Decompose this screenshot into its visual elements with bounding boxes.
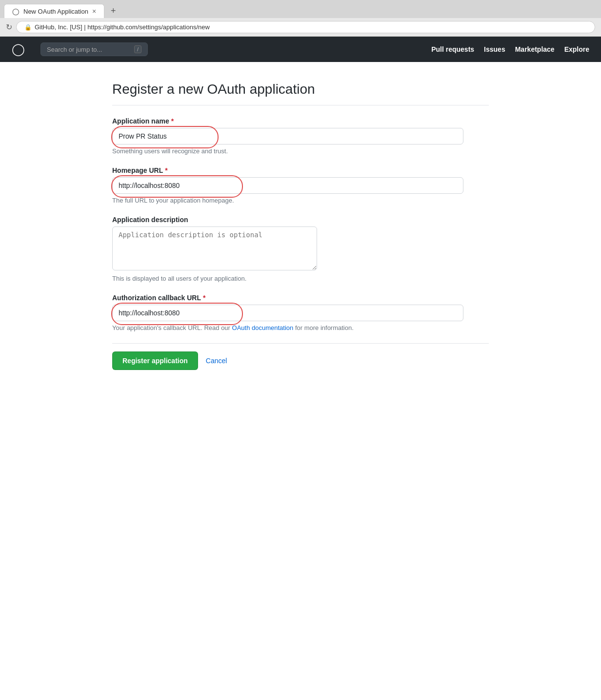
app-name-required: * xyxy=(171,117,174,125)
new-tab-button[interactable]: + xyxy=(106,4,120,18)
main-content: Register a new OAuth application Applica… xyxy=(100,82,501,370)
refresh-button[interactable]: ↻ xyxy=(6,22,12,32)
callback-url-label: Authorization callback URL* xyxy=(112,294,489,302)
callback-url-input-wrapper xyxy=(112,305,463,321)
nav-marketplace[interactable]: Marketplace xyxy=(515,45,555,53)
github-logo-icon[interactable]: ◯ xyxy=(12,42,25,56)
github-favicon-icon: ◯ xyxy=(12,8,20,15)
homepage-url-input-wrapper xyxy=(112,177,463,194)
description-textarea[interactable] xyxy=(112,226,317,270)
cancel-button[interactable]: Cancel xyxy=(206,357,227,365)
homepage-url-label: Homepage URL* xyxy=(112,166,489,174)
app-name-label: Application name* xyxy=(112,117,489,125)
nav-issues[interactable]: Issues xyxy=(484,45,505,53)
tab-bar: ◯ New OAuth Application × + xyxy=(0,0,601,18)
description-group: Application description This is displaye… xyxy=(112,216,489,282)
register-application-button[interactable]: Register application xyxy=(112,351,198,370)
title-divider xyxy=(112,105,489,105)
app-name-group: Application name* Something users will r… xyxy=(112,117,489,155)
nav-links: Pull requests Issues Marketplace Explore xyxy=(431,45,589,53)
app-name-input-wrapper xyxy=(112,128,463,144)
global-search-box[interactable]: Search or jump to... / xyxy=(40,42,148,56)
callback-url-input[interactable] xyxy=(112,305,463,321)
active-tab[interactable]: ◯ New OAuth Application × xyxy=(4,4,104,18)
callback-url-group: Authorization callback URL* Your applica… xyxy=(112,294,489,331)
description-hint: This is displayed to all users of your a… xyxy=(112,275,489,282)
callback-url-required: * xyxy=(203,294,205,302)
browser-chrome: ◯ New OAuth Application × + ↻ 🔒 GitHub, … xyxy=(0,0,601,37)
page-title: Register a new OAuth application xyxy=(112,82,489,97)
callback-url-hint: Your application's callback URL. Read ou… xyxy=(112,324,489,331)
github-navbar: ◯ Search or jump to... / Pull requests I… xyxy=(0,37,601,62)
search-placeholder: Search or jump to... xyxy=(47,46,102,53)
app-name-input[interactable] xyxy=(112,128,463,144)
nav-pull-requests[interactable]: Pull requests xyxy=(431,45,474,53)
nav-explore[interactable]: Explore xyxy=(564,45,589,53)
homepage-url-input[interactable] xyxy=(112,177,463,194)
form-actions: Register application Cancel xyxy=(112,343,489,370)
address-bar: ↻ 🔒 GitHub, Inc. [US] | https://github.c… xyxy=(0,18,601,36)
homepage-url-hint: The full URL to your application homepag… xyxy=(112,197,489,204)
description-label: Application description xyxy=(112,216,489,224)
oauth-docs-link[interactable]: OAuth documentation xyxy=(232,324,294,331)
homepage-url-required: * xyxy=(165,166,167,174)
tab-title: New OAuth Application xyxy=(23,8,88,15)
lock-icon: 🔒 xyxy=(24,24,32,31)
app-name-hint: Something users will recognize and trust… xyxy=(112,147,489,155)
tab-close-button[interactable]: × xyxy=(92,7,96,15)
address-text: GitHub, Inc. [US] | https://github.com/s… xyxy=(35,23,210,31)
address-input[interactable]: 🔒 GitHub, Inc. [US] | https://github.com… xyxy=(16,21,595,33)
search-shortcut-badge: / xyxy=(134,45,141,53)
oauth-registration-form: Application name* Something users will r… xyxy=(112,117,489,370)
homepage-url-group: Homepage URL* The full URL to your appli… xyxy=(112,166,489,204)
